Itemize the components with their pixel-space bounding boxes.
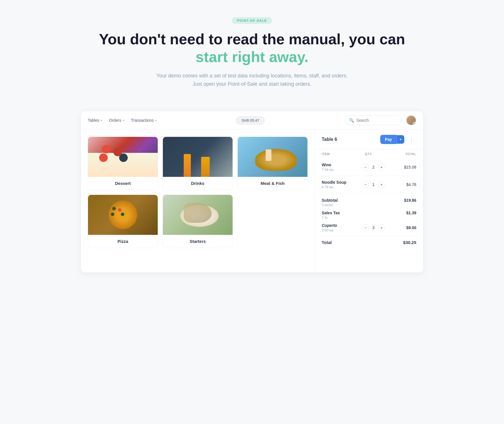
toolbar-right: 🔍 bbox=[344, 115, 416, 125]
menu-card-label-drinks: Drinks bbox=[163, 177, 233, 190]
transactions-chevron-icon: ▾ bbox=[155, 119, 157, 122]
order-item-wine: Wine 7.54 ea. − 2 + $15.08 bbox=[322, 159, 416, 176]
menu-card-starters[interactable]: Starters bbox=[163, 195, 233, 248]
order-title: Table 6 bbox=[322, 137, 337, 142]
orders-label: Orders bbox=[109, 118, 121, 123]
tax-label-wrapper: Sales Tax 7 % bbox=[322, 211, 340, 220]
tables-chevron-icon: ▾ bbox=[101, 119, 102, 122]
qty-control-wine: − 2 + bbox=[362, 164, 393, 171]
coperto-sublabel: 3.00 ea. bbox=[322, 228, 362, 232]
item-name-noodlesoup: Noodle Soup bbox=[322, 180, 362, 185]
summary-row-tax: Sales Tax 7 % $1.39 bbox=[322, 211, 416, 220]
tables-nav[interactable]: Tables ▾ bbox=[88, 118, 102, 123]
qty-increase-noodlesoup[interactable]: + bbox=[378, 181, 385, 188]
menu-card-label-starters: Starters bbox=[163, 235, 233, 248]
summary-row-coperto: Coperto 3.00 ea. − 3 + $9.00 bbox=[322, 223, 416, 232]
search-input[interactable] bbox=[356, 118, 397, 123]
search-icon: 🔍 bbox=[349, 118, 354, 123]
avatar-online-dot bbox=[413, 122, 416, 125]
hero-title: You don't need to read the manual, you c… bbox=[86, 30, 418, 66]
hero-section: POINT-OF-SALE You don't need to read the… bbox=[81, 9, 423, 111]
transactions-nav[interactable]: Transactions ▾ bbox=[131, 118, 157, 123]
summary-row-subtotal: Subtotal 3 items $19.86 bbox=[322, 198, 416, 207]
menu-card-image-pizza bbox=[88, 195, 158, 235]
total-label: Total bbox=[322, 240, 332, 245]
qty-value-coperto: 3 bbox=[371, 225, 376, 230]
subtotal-sublabel: 3 items bbox=[322, 203, 338, 207]
pay-button[interactable]: Pay bbox=[380, 135, 397, 144]
pay-dropdown-icon: ▾ bbox=[400, 137, 401, 141]
hero-title-highlight: start right away. bbox=[196, 49, 309, 65]
tax-sublabel: 7 % bbox=[322, 216, 340, 220]
item-price-noodlesoup: 4.78 ea. bbox=[322, 185, 362, 189]
order-actions: Pay ▾ ⋮ bbox=[380, 135, 416, 144]
coperto-label: Coperto bbox=[322, 223, 362, 228]
pos-badge: POINT-OF-SALE bbox=[232, 17, 272, 24]
toolbar-left: Tables ▾ Orders ▾ Transactions ▾ bbox=[88, 118, 157, 123]
hero-subtitle: Your demo comes with a set of test data … bbox=[152, 72, 352, 88]
qty-control-noodlesoup: − 1 + bbox=[362, 181, 393, 188]
pay-dropdown-button[interactable]: ▾ bbox=[397, 135, 404, 144]
more-options-button[interactable]: ⋮ bbox=[407, 135, 416, 144]
subtotal-value: $19.86 bbox=[404, 198, 416, 203]
menu-card-pizza[interactable]: Pizza bbox=[88, 195, 158, 248]
item-info-noodlesoup: Noodle Soup 4.78 ea. bbox=[322, 180, 362, 189]
coperto-value: $9.00 bbox=[393, 225, 416, 230]
orders-nav[interactable]: Orders ▾ bbox=[109, 118, 124, 123]
menu-card-label-meatfish: Meat & Fish bbox=[238, 177, 307, 190]
shift-badge: Shift 05:47 bbox=[236, 116, 265, 125]
menu-card-drinks[interactable]: Drinks bbox=[163, 137, 233, 190]
order-items: Wine 7.54 ea. − 2 + $15.08 Noodl bbox=[315, 159, 423, 193]
qty-increase-coperto[interactable]: + bbox=[378, 224, 385, 231]
orders-chevron-icon: ▾ bbox=[123, 119, 124, 122]
order-table-header: ITEM QTY. TOTAL bbox=[315, 149, 423, 159]
pay-button-group: Pay ▾ bbox=[380, 135, 404, 144]
col-qty: QTY. bbox=[365, 152, 393, 156]
avatar[interactable] bbox=[406, 115, 416, 125]
item-price-wine: 7.54 ea. bbox=[322, 168, 362, 172]
subtotal-label-wrapper: Subtotal 3 items bbox=[322, 198, 338, 207]
pos-demo: Tables ▾ Orders ▾ Transactions ▾ Shift 0… bbox=[81, 111, 423, 273]
transactions-label: Transactions bbox=[131, 118, 154, 123]
tables-label: Tables bbox=[88, 118, 99, 123]
menu-card-meatfish[interactable]: Meat & Fish bbox=[237, 137, 308, 190]
menu-card-image-drinks bbox=[163, 137, 233, 177]
item-total-noodlesoup: $4.78 bbox=[393, 182, 416, 187]
qty-value-wine: 2 bbox=[371, 165, 376, 169]
order-panel: Table 6 Pay ▾ ⋮ ITEM QTY. TOTAL bbox=[315, 130, 423, 273]
total-value: $30.25 bbox=[403, 240, 416, 245]
menu-card-dessert[interactable]: Dessert bbox=[88, 137, 158, 190]
hero-title-part1: You don't need to read the manual, you c… bbox=[99, 31, 405, 47]
tax-value: $1.39 bbox=[406, 211, 416, 215]
search-box[interactable]: 🔍 bbox=[344, 115, 401, 125]
menu-section: Dessert Drinks Meat & Fish Pizza bbox=[81, 130, 315, 273]
order-header: Table 6 Pay ▾ ⋮ bbox=[315, 130, 423, 149]
tax-label: Sales Tax bbox=[322, 211, 340, 215]
item-name-wine: Wine bbox=[322, 163, 362, 167]
pos-content: Dessert Drinks Meat & Fish Pizza bbox=[81, 130, 423, 273]
coperto-label-wrapper: Coperto 3.00 ea. bbox=[322, 223, 362, 232]
col-total: TOTAL bbox=[393, 152, 416, 156]
item-total-wine: $15.08 bbox=[393, 165, 416, 169]
menu-card-image-dessert bbox=[88, 137, 158, 177]
page-container: POINT-OF-SALE You don't need to read the… bbox=[81, 9, 423, 273]
menu-card-image-meatfish bbox=[238, 137, 307, 177]
menu-card-label-dessert: Dessert bbox=[88, 177, 158, 190]
col-item: ITEM bbox=[322, 152, 365, 156]
qty-decrease-wine[interactable]: − bbox=[362, 164, 369, 171]
qty-decrease-noodlesoup[interactable]: − bbox=[362, 181, 369, 188]
qty-increase-wine[interactable]: + bbox=[378, 164, 385, 171]
qty-decrease-coperto[interactable]: − bbox=[362, 224, 369, 231]
subtotal-label: Subtotal bbox=[322, 198, 338, 203]
menu-card-image-starters bbox=[163, 195, 233, 235]
menu-card-label-pizza: Pizza bbox=[88, 235, 158, 248]
toolbar: Tables ▾ Orders ▾ Transactions ▾ Shift 0… bbox=[81, 111, 423, 130]
order-item-noodlesoup: Noodle Soup 4.78 ea. − 1 + $4.78 bbox=[322, 176, 416, 193]
item-info-wine: Wine 7.54 ea. bbox=[322, 163, 362, 172]
qty-control-coperto: − 3 + bbox=[362, 224, 393, 231]
order-summary: Subtotal 3 items $19.86 Sales Tax 7 % $1… bbox=[315, 193, 423, 249]
qty-value-noodlesoup: 1 bbox=[371, 182, 376, 187]
total-row: Total $30.25 bbox=[322, 236, 416, 245]
